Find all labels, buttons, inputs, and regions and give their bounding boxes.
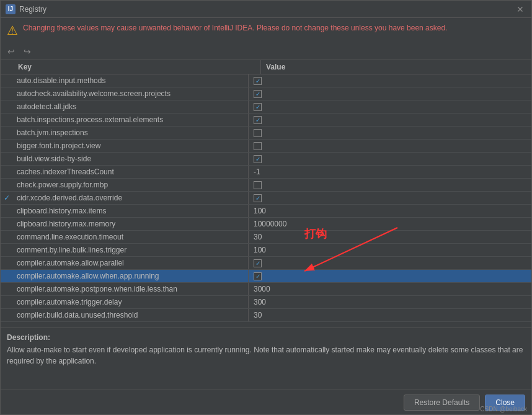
warning-text: Changing these values may cause unwanted… [23, 23, 447, 33]
row-key: batch.inspections.process.external.eleme… [13, 114, 249, 126]
row-key: bigger.font.in.project.view [13, 140, 249, 152]
table-row[interactable]: compiler.automake.allow.parallel [1, 257, 531, 270]
row-indicator [1, 179, 13, 191]
checkbox[interactable] [254, 155, 262, 163]
app-icon: IJ [6, 4, 16, 14]
table-row[interactable]: compiler.automake.postpone.when.idle.les… [1, 283, 531, 296]
row-value[interactable] [249, 270, 531, 282]
row-key: comment.by.line.bulk.lines.trigger [13, 244, 249, 256]
column-value-header: Value [261, 60, 290, 74]
table-row[interactable]: ✓cidr.xcode.derived.data.override [1, 192, 531, 205]
row-value[interactable] [249, 179, 531, 191]
undo-button[interactable]: ↩ [4, 45, 18, 58]
row-key: autocheck.availability.welcome.screen.pr… [13, 87, 249, 100]
row-value: 300 [249, 296, 531, 308]
row-indicator [1, 114, 13, 126]
checkbox[interactable] [254, 116, 262, 124]
row-value[interactable] [249, 192, 531, 204]
checkbox[interactable] [254, 194, 262, 202]
table-row[interactable]: auto.disable.input.methods [1, 74, 531, 87]
row-indicator [1, 87, 13, 100]
row-indicator [1, 244, 13, 256]
warning-bar: ⚠ Changing these values may cause unwant… [1, 18, 531, 43]
row-value: 100 [249, 244, 531, 256]
table-row[interactable]: compiler.automake.allow.when.app.running [1, 270, 531, 283]
row-indicator [1, 270, 13, 282]
row-key: compiler.automake.trigger.delay [13, 296, 249, 308]
row-value[interactable] [249, 127, 531, 139]
table-row[interactable]: check.power.supply.for.mbp [1, 179, 531, 192]
table-body[interactable]: auto.disable.input.methodsautocheck.avai… [1, 74, 531, 328]
row-value[interactable] [249, 100, 531, 113]
row-key: compiler.automake.allow.when.app.running [13, 270, 249, 282]
checkbox[interactable] [254, 77, 262, 85]
table-row[interactable]: autodetect.all.jdks [1, 100, 531, 114]
redo-button[interactable]: ↪ [20, 45, 34, 58]
restore-defaults-button[interactable]: Restore Defaults [404, 395, 480, 411]
row-key: cidr.xcode.derived.data.override [13, 192, 249, 204]
row-indicator [1, 140, 13, 152]
close-window-button[interactable]: ✕ [514, 3, 526, 16]
row-value[interactable] [249, 87, 531, 100]
table-header: Key Value [1, 60, 531, 74]
toolbar: ↩ ↪ [1, 43, 531, 60]
row-key: compiler.automake.allow.parallel [13, 257, 249, 269]
table-row[interactable]: clipboard.history.max.items100 [1, 205, 531, 218]
checkbox[interactable] [254, 272, 262, 280]
table-row[interactable]: clipboard.history.max.memory10000000 [1, 218, 531, 231]
row-indicator [1, 309, 13, 321]
row-indicator [1, 257, 13, 269]
row-value[interactable] [249, 153, 531, 165]
row-indicator [1, 74, 13, 87]
table-row[interactable]: batch.jvm.inspections [1, 127, 531, 140]
row-key: compiler.automake.postpone.when.idle.les… [13, 283, 249, 295]
checkbox[interactable] [254, 129, 262, 137]
row-indicator [1, 231, 13, 243]
main-content: Key Value auto.disable.input.methodsauto… [1, 60, 531, 328]
row-key: batch.jvm.inspections [13, 127, 249, 139]
row-value[interactable] [249, 74, 531, 87]
checkbox[interactable] [254, 142, 262, 150]
table-row[interactable]: comment.by.line.bulk.lines.trigger100 [1, 244, 531, 257]
row-key: check.power.supply.for.mbp [13, 179, 249, 191]
watermark: CSDN @beiback [480, 406, 527, 413]
checkbox[interactable] [254, 181, 262, 189]
checkbox[interactable] [254, 90, 262, 98]
column-key-header: Key [13, 60, 261, 74]
title-bar: IJ Registry ✕ [1, 1, 531, 18]
table-row[interactable]: batch.inspections.process.external.eleme… [1, 114, 531, 127]
warning-icon: ⚠ [7, 23, 18, 38]
row-value: 100 [249, 205, 531, 217]
row-indicator [1, 166, 13, 178]
row-indicator [1, 100, 13, 113]
row-value: -1 [249, 166, 531, 178]
row-indicator [1, 296, 13, 308]
row-key: clipboard.history.max.memory [13, 218, 249, 230]
description-text: Allow auto-make to start even if develop… [7, 344, 525, 367]
table-row[interactable]: build.view.side-by-side [1, 153, 531, 166]
description-label: Description: [7, 333, 525, 342]
row-value[interactable] [249, 114, 531, 126]
row-value[interactable] [249, 257, 531, 269]
registry-window: IJ Registry ✕ ⚠ Changing these values ma… [0, 0, 532, 415]
table-container: Key Value auto.disable.input.methodsauto… [1, 60, 531, 328]
checkbox[interactable] [254, 103, 262, 111]
row-indicator [1, 153, 13, 165]
table-row[interactable]: bigger.font.in.project.view [1, 140, 531, 153]
header-indicator-spacer [1, 60, 13, 74]
row-value[interactable] [249, 140, 531, 152]
row-value: 30 [249, 231, 531, 243]
checkbox[interactable] [254, 259, 262, 267]
row-indicator [1, 218, 13, 230]
row-value: 3000 [249, 283, 531, 295]
table-row[interactable]: autocheck.availability.welcome.screen.pr… [1, 87, 531, 100]
row-indicator [1, 283, 13, 295]
row-key: build.view.side-by-side [13, 153, 249, 165]
row-key: auto.disable.input.methods [13, 74, 249, 87]
table-row[interactable]: command.line.execution.timeout30 [1, 231, 531, 244]
row-value: 10000000 [249, 218, 531, 230]
row-key: command.line.execution.timeout [13, 231, 249, 243]
table-row[interactable]: compiler.automake.trigger.delay300 [1, 296, 531, 309]
table-row[interactable]: caches.indexerThreadsCount-1 [1, 166, 531, 179]
table-row[interactable]: compiler.build.data.unused.threshold30 [1, 309, 531, 322]
